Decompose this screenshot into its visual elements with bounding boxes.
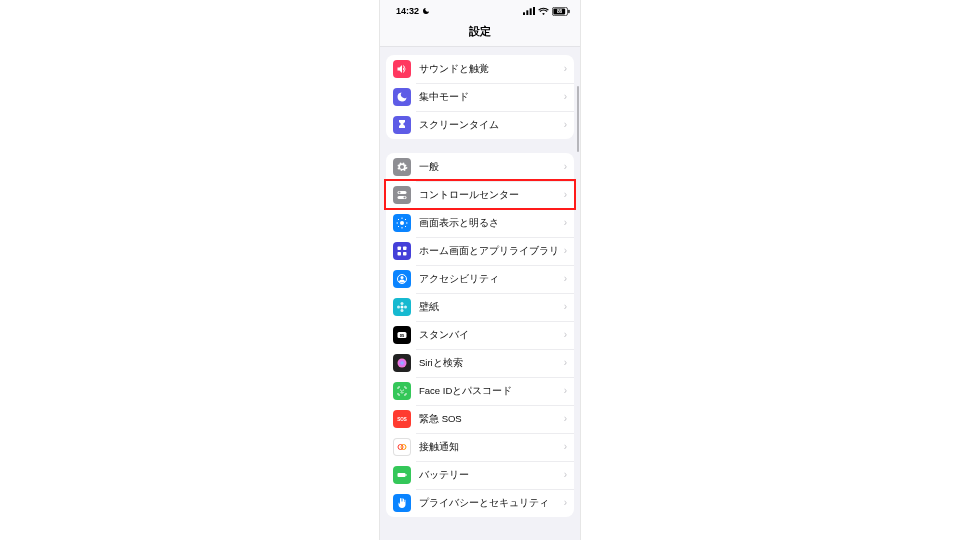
switches-icon (393, 186, 411, 204)
row-label: 一般 (419, 161, 564, 174)
row-label: プライバシーとセキュリティ (419, 497, 564, 510)
chevron-right-icon: › (564, 302, 568, 312)
svg-point-28 (401, 302, 404, 305)
speaker-icon (393, 60, 411, 78)
status-bar: 14:32 86 (380, 0, 580, 20)
status-right: 86 (523, 7, 570, 16)
battery-icon (393, 466, 411, 484)
row-label: バッテリー (419, 469, 564, 482)
sos-icon: SOS (393, 410, 411, 428)
settings-row-sos[interactable]: SOS緊急 SOS› (386, 405, 574, 433)
svg-point-27 (401, 306, 404, 309)
svg-point-36 (403, 390, 404, 391)
hand-icon (393, 494, 411, 512)
svg-text:SOS: SOS (397, 417, 407, 422)
row-label: Face IDとパスコード (419, 385, 564, 398)
moon-icon (422, 7, 430, 15)
svg-rect-6 (568, 9, 569, 12)
svg-rect-22 (403, 247, 407, 251)
settings-row-focus[interactable]: 集中モード› (386, 83, 574, 111)
row-label: 緊急 SOS (419, 413, 564, 426)
chevron-right-icon: › (564, 162, 568, 172)
svg-rect-40 (398, 473, 406, 477)
settings-group: 一般›コントロールセンター›画面表示と明るさ›ホーム画面とアプリライブラリ›アク… (386, 153, 574, 517)
settings-row-general[interactable]: 一般› (386, 153, 574, 181)
row-label: アクセシビリティ (419, 273, 564, 286)
settings-row-home-screen[interactable]: ホーム画面とアプリライブラリ› (386, 237, 574, 265)
chevron-right-icon: › (564, 414, 568, 424)
status-time: 14:32 (396, 6, 419, 16)
chevron-right-icon: › (564, 246, 568, 256)
chevron-right-icon: › (564, 330, 568, 340)
svg-point-9 (399, 192, 401, 194)
svg-point-30 (397, 306, 400, 309)
svg-point-26 (401, 276, 404, 279)
chevron-right-icon: › (564, 274, 568, 284)
status-left: 14:32 (396, 6, 430, 16)
battery-icon: 86 (552, 7, 570, 16)
settings-row-display[interactable]: 画面表示と明るさ› (386, 209, 574, 237)
svg-line-17 (398, 219, 399, 220)
row-label: 画面表示と明るさ (419, 217, 564, 230)
sun-icon (393, 214, 411, 232)
moon-icon (393, 88, 411, 106)
chevron-right-icon: › (564, 358, 568, 368)
svg-rect-24 (403, 252, 407, 256)
svg-rect-3 (533, 7, 535, 15)
hourglass-icon (393, 116, 411, 134)
row-label: コントロールセンター (419, 189, 564, 202)
svg-rect-1 (526, 10, 528, 15)
svg-text:05: 05 (400, 333, 405, 338)
row-label: スタンバイ (419, 329, 564, 342)
nav-header: 設定 (380, 20, 580, 47)
row-label: 壁紙 (419, 301, 564, 314)
chevron-right-icon: › (564, 120, 568, 130)
svg-point-34 (398, 359, 407, 368)
settings-row-siri[interactable]: Siriと検索› (386, 349, 574, 377)
settings-row-exposure[interactable]: 接触通知› (386, 433, 574, 461)
settings-row-standby[interactable]: 05スタンバイ› (386, 321, 574, 349)
exposure-icon (393, 438, 411, 456)
settings-row-screentime[interactable]: スクリーンタイム› (386, 111, 574, 139)
svg-line-18 (405, 226, 406, 227)
wifi-icon (538, 7, 549, 15)
chevron-right-icon: › (564, 498, 568, 508)
settings-row-privacy[interactable]: プライバシーとセキュリティ› (386, 489, 574, 517)
chevron-right-icon: › (564, 442, 568, 452)
row-label: 集中モード (419, 91, 564, 104)
settings-row-control-center[interactable]: コントロールセンター› (386, 181, 574, 209)
cellular-icon (523, 7, 535, 15)
standby-icon: 05 (393, 326, 411, 344)
settings-row-sounds[interactable]: サウンドと触覚› (386, 55, 574, 83)
page-title: 設定 (469, 25, 491, 37)
svg-line-19 (398, 226, 399, 227)
chevron-right-icon: › (564, 92, 568, 102)
svg-rect-21 (398, 247, 402, 251)
person-icon (393, 270, 411, 288)
chevron-right-icon: › (564, 470, 568, 480)
svg-rect-0 (523, 12, 525, 15)
chevron-right-icon: › (564, 386, 568, 396)
siri-icon (393, 354, 411, 372)
settings-scroll[interactable]: サウンドと触覚›集中モード›スクリーンタイム›一般›コントロールセンター›画面表… (380, 47, 580, 540)
chevron-right-icon: › (564, 190, 568, 200)
svg-point-31 (404, 306, 407, 309)
settings-row-battery[interactable]: バッテリー› (386, 461, 574, 489)
chevron-right-icon: › (564, 218, 568, 228)
settings-group: サウンドと触覚›集中モード›スクリーンタイム› (386, 55, 574, 139)
svg-point-11 (404, 197, 406, 199)
gear-icon (393, 158, 411, 176)
svg-point-12 (400, 221, 404, 225)
row-label: 接触通知 (419, 441, 564, 454)
settings-row-faceid[interactable]: Face IDとパスコード› (386, 377, 574, 405)
svg-text:86: 86 (557, 9, 563, 14)
settings-row-accessibility[interactable]: アクセシビリティ› (386, 265, 574, 293)
flower-icon (393, 298, 411, 316)
chevron-right-icon: › (564, 64, 568, 74)
scroll-indicator (577, 86, 579, 152)
settings-row-wallpaper[interactable]: 壁紙› (386, 293, 574, 321)
svg-rect-41 (406, 474, 407, 476)
phone-frame: 14:32 86 設定 サウンドと触覚›集中モード›スクリーンタイム›一般›コン… (380, 0, 580, 540)
svg-rect-2 (530, 8, 532, 15)
svg-rect-23 (398, 252, 402, 256)
